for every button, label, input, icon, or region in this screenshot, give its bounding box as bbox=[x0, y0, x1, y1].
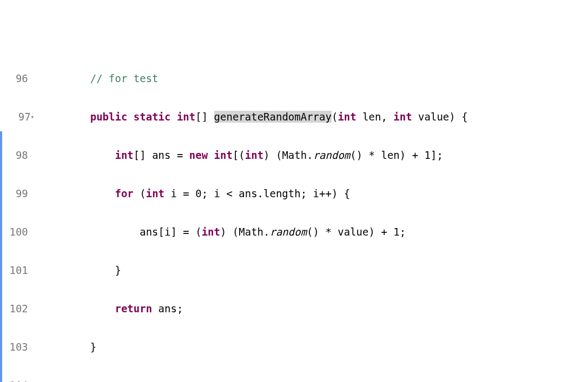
line-number: 101 bbox=[0, 263, 39, 278]
keyword: int bbox=[177, 111, 195, 123]
code-line[interactable]: ans[i] = (int) (Math.random() * value) +… bbox=[39, 225, 588, 239]
line-number: 97▾ bbox=[0, 110, 39, 124]
code-area[interactable]: // for test public static int[] generate… bbox=[39, 48, 588, 382]
change-marker bbox=[0, 131, 2, 382]
indent bbox=[41, 303, 115, 314]
line-number: 100 bbox=[0, 225, 39, 239]
keyword: int bbox=[202, 226, 220, 238]
line-number: 102 bbox=[0, 301, 39, 316]
method-name-occurrence: generateRandomArray bbox=[214, 111, 332, 123]
indent bbox=[41, 72, 90, 84]
code-line[interactable]: // for test bbox=[39, 71, 588, 86]
line-number: 99 bbox=[0, 186, 39, 201]
method-call: random bbox=[269, 226, 307, 238]
code-line[interactable]: public static int[] generateRandomArray(… bbox=[39, 110, 588, 124]
keyword: int bbox=[338, 111, 356, 123]
keyword: int bbox=[393, 111, 412, 123]
line-number: 96 bbox=[0, 71, 39, 86]
keyword: int bbox=[214, 149, 233, 161]
keyword: int bbox=[245, 149, 263, 161]
keyword: new bbox=[189, 149, 208, 161]
keyword: int bbox=[115, 149, 133, 161]
indent bbox=[41, 149, 115, 161]
keyword: static bbox=[134, 111, 171, 123]
code-line[interactable]: return ans; bbox=[39, 301, 588, 316]
keyword: int bbox=[146, 187, 164, 199]
line-number-gutter: 96 97▾ 98 99 100 101 102 103 104 105▾ 10… bbox=[0, 48, 39, 382]
code-line[interactable]: for (int i = 0; i < ans.length; i++) { bbox=[39, 186, 588, 201]
line-number: 103 bbox=[0, 340, 39, 354]
indent bbox=[41, 111, 90, 123]
code-line[interactable] bbox=[39, 378, 588, 382]
keyword: return bbox=[115, 303, 152, 314]
code-line[interactable]: } bbox=[39, 340, 588, 354]
method-call: random bbox=[313, 149, 351, 161]
code-line[interactable]: } bbox=[39, 263, 588, 278]
keyword: public bbox=[90, 111, 128, 123]
indent bbox=[41, 187, 115, 199]
line-number: 98 bbox=[0, 148, 39, 163]
line-number: 104 bbox=[0, 378, 39, 382]
keyword: for bbox=[115, 187, 133, 199]
code-line[interactable]: int[] ans = new int[(int) (Math.random()… bbox=[39, 148, 588, 163]
code-editor[interactable]: 96 97▾ 98 99 100 101 102 103 104 105▾ 10… bbox=[0, 48, 588, 382]
comment: // for test bbox=[90, 72, 158, 84]
